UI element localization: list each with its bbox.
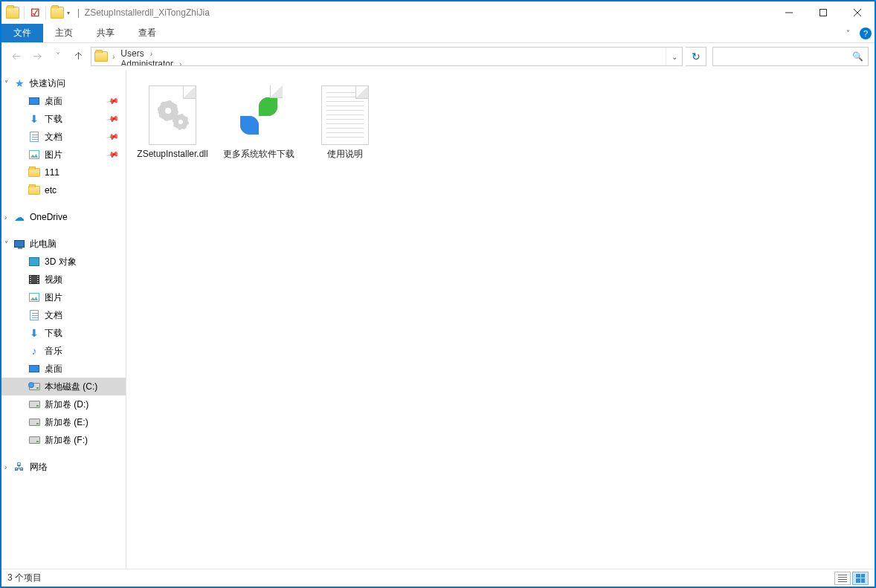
chevron-right-icon[interactable]: › — [149, 50, 154, 58]
tab-view[interactable]: 查看 — [126, 24, 168, 42]
breadcrumb-segment[interactable]: Users — [116, 48, 148, 59]
file-item[interactable]: 更多系统软件下载 — [219, 79, 299, 174]
document-icon — [30, 132, 39, 142]
title-bar: ☑ ▾ | ZSetupInstallerdll_XiTongZhiJia — [1, 1, 875, 24]
sidebar-item[interactable]: 新加卷 (F:) — [1, 431, 126, 449]
sidebar-item[interactable]: 本地磁盘 (C:) — [1, 378, 126, 395]
address-bar[interactable]: › 此电脑›本地磁盘 (C:)›Users›Administrator›Desk… — [91, 47, 683, 66]
expand-icon[interactable]: ˅ — [4, 80, 8, 88]
picture-icon — [29, 293, 39, 302]
chevron-right-icon[interactable]: › — [178, 60, 183, 67]
svg-rect-1 — [820, 10, 827, 16]
pin-icon: 📌 — [106, 130, 120, 144]
onedrive-icon: ☁ — [13, 211, 25, 223]
drive-icon — [29, 419, 40, 426]
sidebar-item[interactable]: ♪音乐 — [1, 342, 126, 360]
close-button[interactable] — [840, 1, 875, 24]
sidebar-this-pc[interactable]: ˅ 此电脑 — [1, 235, 126, 253]
file-list[interactable]: ZSetupInstaller.dll更多系统软件下载使用说明 — [126, 70, 875, 569]
address-dropdown-icon[interactable]: ⌄ — [666, 48, 682, 65]
sidebar-quick-access[interactable]: ˅ ★ 快速访问 — [1, 74, 126, 92]
folder-icon — [28, 168, 40, 177]
status-item-count: 3 个项目 — [7, 572, 42, 584]
document-icon — [30, 310, 39, 320]
sidebar-item[interactable]: 111 — [1, 164, 126, 181]
sidebar-network[interactable]: › 🖧 网络 — [1, 458, 126, 476]
network-icon: 🖧 — [13, 461, 25, 473]
sidebar-item[interactable]: 3D 对象 — [1, 253, 126, 271]
sidebar-onedrive[interactable]: › ☁ OneDrive — [1, 208, 126, 226]
quick-access-icon: ★ — [13, 77, 25, 89]
sidebar-item[interactable]: 新加卷 (E:) — [1, 413, 126, 431]
drive-icon — [29, 436, 40, 444]
desktop-icon — [29, 365, 39, 372]
picture-icon — [29, 150, 39, 159]
folder-icon — [94, 51, 108, 62]
view-details-button[interactable] — [834, 572, 851, 585]
file-item[interactable]: 使用说明 — [305, 79, 385, 174]
file-thumbnail — [232, 82, 286, 149]
sidebar-item[interactable]: ⬇下载 — [1, 324, 126, 342]
up-button[interactable]: 🡡 — [70, 48, 88, 65]
sidebar-item[interactable]: 文档 — [1, 306, 126, 324]
tab-share[interactable]: 共享 — [85, 24, 126, 42]
view-large-icons-button[interactable] — [852, 572, 869, 585]
expand-icon[interactable]: › — [4, 213, 7, 222]
minimize-button[interactable] — [772, 1, 806, 24]
sidebar-item[interactable]: 新加卷 (D:) — [1, 395, 126, 413]
ribbon-tabs: 文件 主页 共享 查看 ˅ ? — [1, 24, 875, 43]
pin-icon: 📌 — [106, 112, 120, 126]
file-name-label: 更多系统软件下载 — [223, 149, 294, 160]
drive-icon — [29, 401, 40, 408]
sidebar-item[interactable]: etc — [1, 181, 126, 199]
status-bar: 3 个项目 — [1, 569, 875, 587]
quick-access-toolbar: ☑ ▾ — [1, 6, 71, 19]
file-tab[interactable]: 文件 — [1, 24, 43, 42]
download-icon: ⬇ — [30, 327, 39, 339]
pin-icon: 📌 — [106, 148, 120, 162]
file-thumbnail — [318, 82, 372, 149]
ribbon-collapse-icon[interactable]: ˅ — [839, 24, 857, 42]
expand-icon[interactable]: › — [4, 463, 7, 471]
sidebar-item[interactable]: 桌面 — [1, 360, 126, 378]
file-item[interactable]: ZSetupInstaller.dll — [132, 79, 213, 174]
open-folder-icon[interactable] — [51, 7, 64, 19]
file-thumbnail — [146, 82, 199, 149]
recent-locations-icon[interactable]: ˅ — [49, 48, 67, 65]
window-title: | ZSetupInstallerdll_XiTongZhiJia — [77, 7, 210, 18]
video-icon — [29, 275, 39, 284]
sidebar-item[interactable]: 图片 — [1, 288, 126, 306]
folder-icon — [28, 186, 40, 195]
3d-objects-icon — [29, 257, 39, 266]
expand-icon[interactable]: ˅ — [4, 240, 8, 248]
forward-button[interactable]: 🡢 — [28, 48, 46, 65]
sidebar-item[interactable]: 文档📌 — [1, 128, 126, 146]
search-icon: 🔍 — [852, 51, 863, 62]
search-input[interactable]: 🔍 — [712, 47, 869, 66]
maximize-button[interactable] — [806, 1, 840, 24]
pc-icon — [14, 240, 25, 248]
sidebar-item[interactable]: 视频 — [1, 271, 126, 288]
breadcrumb-segment[interactable]: Administrator — [116, 59, 178, 66]
properties-icon[interactable]: ☑ — [29, 7, 41, 19]
music-icon: ♪ — [32, 345, 37, 357]
drive-icon — [29, 383, 40, 390]
tab-home[interactable]: 主页 — [43, 24, 85, 42]
chevron-right-icon[interactable]: › — [111, 53, 116, 61]
sidebar-item[interactable]: ⬇下载📌 — [1, 110, 126, 128]
navigation-bar: 🡠 🡢 ˅ 🡡 › 此电脑›本地磁盘 (C:)›Users›Administra… — [1, 43, 875, 70]
file-name-label: 使用说明 — [327, 149, 363, 160]
folder-icon — [6, 7, 19, 19]
desktop-icon — [29, 97, 39, 105]
help-button[interactable]: ? — [857, 24, 875, 42]
file-name-label: ZSetupInstaller.dll — [137, 149, 207, 160]
download-icon: ⬇ — [30, 113, 39, 125]
sidebar-item[interactable]: 桌面📌 — [1, 92, 126, 110]
qat-dropdown-icon[interactable]: ▾ — [65, 10, 71, 16]
navigation-pane: ˅ ★ 快速访问 桌面📌⬇下载📌文档📌图片📌111etc › ☁ OneDriv… — [1, 70, 126, 569]
pin-icon: 📌 — [106, 94, 120, 109]
refresh-button[interactable]: ↻ — [686, 47, 706, 66]
back-button[interactable]: 🡠 — [7, 48, 25, 65]
sidebar-item[interactable]: 图片📌 — [1, 146, 126, 164]
